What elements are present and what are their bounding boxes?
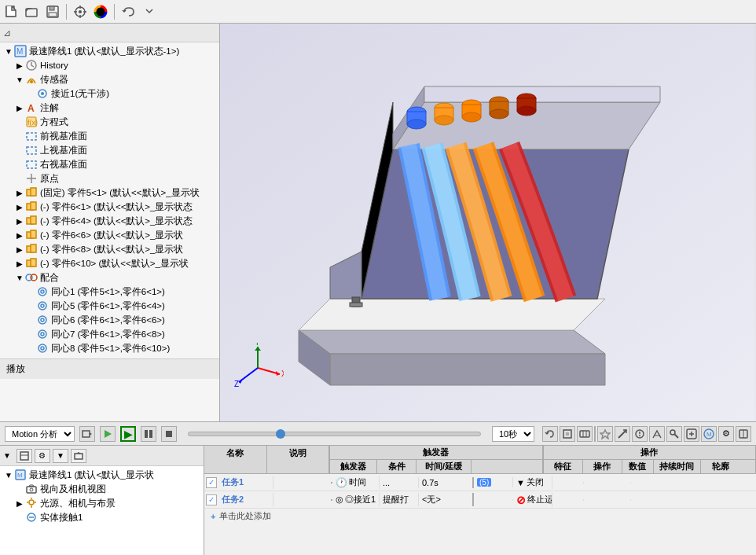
- toolbar-btn-more[interactable]: [140, 3, 157, 20]
- tree-part3[interactable]: ▶ (-) 零件6<4> (默认<<默认>_显示状态: [0, 214, 219, 228]
- th-duration: 持续时间: [654, 460, 701, 473]
- timeline-thumb[interactable]: [276, 429, 285, 439]
- tree-origin[interactable]: 原点: [0, 171, 219, 186]
- part2-label: (-) 零件6<1> (默认<<默认>_显示状态: [40, 201, 193, 213]
- left-sub-toolbar: ▼ ⚙ ▼: [0, 446, 204, 466]
- part5-expand[interactable]: ▶: [14, 245, 25, 254]
- tree-part4[interactable]: ▶ (-) 零件6<6> (默认<<默认>_显示状: [0, 228, 219, 242]
- part4-expand[interactable]: ▶: [14, 231, 25, 240]
- add-icon: +: [211, 512, 215, 521]
- tree-front-plane[interactable]: 前视基准面: [0, 129, 219, 143]
- row2-trigger-icon: ◎: [336, 494, 343, 505]
- motion-analysis-dropdown[interactable]: Motion 分析: [5, 426, 75, 442]
- svg-text:A: A: [28, 103, 35, 114]
- toolbar-btn-new[interactable]: [3, 3, 20, 20]
- task-row-2[interactable]: ✓ 任务2 ◎ ◎接近1 提醒打 <无> ⊘ 终止运动分: [204, 491, 756, 509]
- th-profile: 轮廓: [701, 460, 740, 473]
- timeline-track[interactable]: [188, 432, 481, 436]
- motion-icon-1[interactable]: [542, 426, 558, 442]
- mate4-icon: [36, 328, 49, 340]
- tree-root[interactable]: ▼ M 最速降线1 (默认<默认_显示状态-1>): [0, 44, 219, 58]
- motion-icon-10[interactable]: [684, 426, 699, 442]
- svg-point-41: [39, 288, 46, 296]
- toolbar-btn-save[interactable]: [44, 3, 61, 20]
- tree-top-plane[interactable]: 上视基准面: [0, 143, 219, 157]
- part6-icon: [25, 257, 38, 270]
- motion-icon-9[interactable]: [666, 426, 682, 442]
- tree-mate2[interactable]: 同心5 (零件6<1>,零件6<4>): [0, 299, 219, 313]
- toolbar-btn-undo[interactable]: [119, 3, 137, 20]
- svg-point-48: [41, 333, 44, 336]
- 3d-viewport[interactable]: X Y Z: [220, 24, 756, 421]
- sub-btn-3[interactable]: ▼: [53, 449, 68, 463]
- row1-trigger: 🕐 时间: [332, 476, 380, 489]
- tree-part6[interactable]: ▶ (-) 零件6<10> (默认<<默认>_显示状: [0, 256, 219, 270]
- motion-icon-3[interactable]: [577, 426, 593, 442]
- history-expand[interactable]: ▶: [14, 61, 25, 70]
- bottom-tree-root[interactable]: ▼ M 最速降线1 (默认<默认_显示状: [0, 468, 204, 482]
- tree-part2[interactable]: ▶ (-) 零件6<1> (默认<<默认>_显示状态: [0, 200, 219, 214]
- bottom-root-icon: M: [14, 469, 27, 481]
- play-btn[interactable]: [100, 426, 116, 442]
- feature-tree: ▼ M 最速降线1 (默认<默认_显示状态-1>) ▶ History: [0, 42, 219, 421]
- root-expand[interactable]: ▼: [3, 47, 14, 56]
- pause-btn[interactable]: [141, 426, 156, 442]
- motion-icon-12[interactable]: ⚙: [718, 426, 734, 442]
- tree-equations[interactable]: f(x) 方程式: [0, 115, 219, 129]
- motion-icon-11[interactable]: M: [701, 426, 717, 442]
- add-task-row[interactable]: + 单击此处添加: [204, 509, 756, 524]
- sub-btn-1[interactable]: [17, 449, 32, 463]
- svg-marker-83: [255, 347, 261, 351]
- bottom-camera-view[interactable]: 视向及相机视图: [0, 482, 204, 496]
- motion-icon-4[interactable]: [594, 426, 596, 442]
- mate2-label: 同心5 (零件6<1>,零件6<4>): [51, 300, 165, 312]
- motion-icon-8[interactable]: [649, 426, 665, 442]
- mates-expand[interactable]: ▼: [14, 274, 25, 282]
- tree-mates[interactable]: ▼ 配合: [0, 270, 219, 285]
- motion-icon-13[interactable]: [736, 426, 751, 442]
- collapse-btn[interactable]: ▼: [3, 451, 11, 460]
- record-btn[interactable]: [79, 426, 95, 442]
- annotation-expand[interactable]: ▶: [14, 104, 25, 112]
- bottom-lights[interactable]: ▶ 光源、相机与布景: [0, 496, 204, 510]
- tree-annotation[interactable]: ▶ A 注解: [0, 101, 219, 115]
- annotation-icon: A: [25, 101, 38, 114]
- svg-marker-90: [105, 430, 112, 438]
- tree-mate1[interactable]: 同心1 (零件5<1>,零件6<1>): [0, 285, 219, 299]
- toolbar-btn-open[interactable]: [24, 3, 41, 20]
- tree-sensors[interactable]: ▼ 传感器: [0, 72, 219, 86]
- tree-part1[interactable]: ▶ (固定) 零件5<1> (默认<<默认>_显示状: [0, 186, 219, 200]
- sensors-expand[interactable]: ▼: [14, 75, 25, 84]
- motion-icon-5[interactable]: [597, 426, 613, 442]
- stop-btn[interactable]: ▶: [120, 426, 136, 442]
- sub-btn-4[interactable]: [71, 449, 86, 463]
- tree-mate3[interactable]: 同心6 (零件6<1>,零件6<6>): [0, 313, 219, 327]
- row1-checkbox[interactable]: ✓: [204, 477, 218, 488]
- bottom-root-expand[interactable]: ▼: [3, 471, 14, 480]
- tree-part5[interactable]: ▶ (-) 零件6<8> (默认<<默认>_显示状: [0, 242, 219, 256]
- row2-checkbox[interactable]: ✓: [204, 494, 218, 505]
- bottom-contact[interactable]: 实体接触1: [0, 510, 204, 524]
- motion-icon-7[interactable]: [632, 426, 648, 442]
- tree-right-plane[interactable]: 右视基准面: [0, 157, 219, 171]
- tree-mate5[interactable]: 同心8 (零件5<1>,零件6<10>): [0, 341, 219, 355]
- toolbar-btn-target[interactable]: [72, 3, 89, 20]
- tree-history[interactable]: ▶ History: [0, 58, 219, 72]
- sub-btn-2[interactable]: ⚙: [35, 449, 50, 463]
- toolbar-btn-color[interactable]: [92, 3, 109, 20]
- svg-point-49: [39, 344, 46, 352]
- part6-expand[interactable]: ▶: [14, 259, 25, 268]
- tree-mate4[interactable]: 同心7 (零件6<1>,零件6<8>): [0, 327, 219, 341]
- part2-expand[interactable]: ▶: [14, 203, 25, 211]
- row2-duration: [584, 499, 631, 501]
- task-row-1[interactable]: ✓ 任务1 🕐 时间 ... 0.7s (5): [204, 474, 756, 491]
- lights-expand[interactable]: ▶: [14, 499, 25, 508]
- part1-expand[interactable]: ▶: [14, 189, 25, 197]
- motion-icon-2[interactable]: [560, 426, 575, 442]
- stop-sq-btn[interactable]: [161, 426, 177, 442]
- tree-proximity[interactable]: 接近1(无干涉): [0, 86, 219, 101]
- svg-rect-88: [83, 431, 90, 437]
- time-duration-select[interactable]: 10秒5秒20秒30秒: [492, 426, 534, 442]
- motion-icon-6[interactable]: [615, 426, 630, 442]
- part3-expand[interactable]: ▶: [14, 217, 25, 226]
